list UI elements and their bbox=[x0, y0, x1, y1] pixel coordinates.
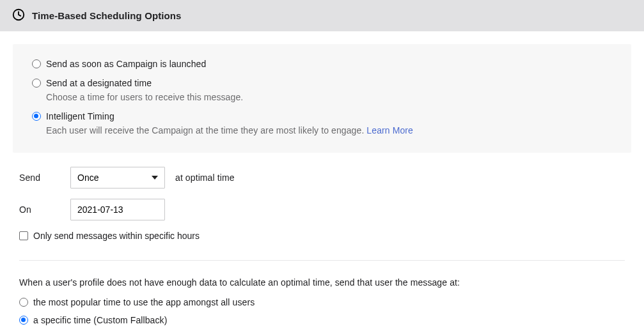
radio-fallback-specific[interactable] bbox=[19, 316, 28, 325]
radio-send-asap-label: Send as soon as Campaign is launched bbox=[46, 58, 206, 71]
specific-hours-checkbox[interactable] bbox=[19, 231, 28, 240]
learn-more-link[interactable]: Learn More bbox=[366, 125, 413, 135]
send-suffix: at optimal time bbox=[175, 173, 235, 183]
radio-fallback-popular[interactable] bbox=[19, 298, 28, 307]
radio-intelligent-timing[interactable] bbox=[32, 112, 41, 121]
send-label: Send bbox=[19, 173, 70, 183]
on-label: On bbox=[19, 204, 70, 215]
send-date-input[interactable] bbox=[70, 199, 165, 220]
radio-designated-time-label: Send at a designated time bbox=[46, 77, 243, 90]
radio-send-asap[interactable] bbox=[32, 59, 41, 68]
fallback-question: When a user's profile does not have enou… bbox=[19, 277, 625, 288]
specific-hours-label: Only send messages within specific hours bbox=[33, 231, 200, 241]
divider bbox=[19, 260, 625, 261]
send-frequency-select[interactable]: Once bbox=[70, 167, 165, 189]
clock-icon bbox=[12, 8, 26, 24]
radio-designated-time[interactable] bbox=[32, 79, 41, 88]
radio-designated-time-help: Choose a time for users to receive this … bbox=[46, 91, 243, 104]
radio-intelligent-timing-help: Each user will receive the Campaign at t… bbox=[46, 125, 413, 137]
intelligent-help-text: Each user will receive the Campaign at t… bbox=[46, 125, 366, 135]
radio-fallback-popular-label: the most popular time to use the app amo… bbox=[33, 296, 255, 309]
radio-intelligent-timing-label: Intelligent Timing bbox=[46, 111, 413, 123]
radio-fallback-specific-label: a specific time (Custom Fallback) bbox=[33, 314, 167, 327]
section-title: Time-Based Scheduling Options bbox=[32, 10, 182, 21]
section-header: Time-Based Scheduling Options bbox=[0, 0, 644, 31]
schedule-type-panel: Send as soon as Campaign is launched Sen… bbox=[13, 44, 631, 153]
